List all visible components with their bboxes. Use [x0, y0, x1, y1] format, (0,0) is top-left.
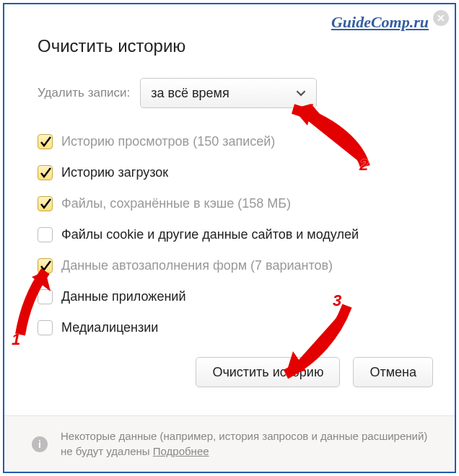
- option-label-6: Медиалицензии: [61, 320, 158, 335]
- option-row-2: Файлы, сохранённые в кэше (158 МБ): [38, 196, 433, 211]
- option-label-4: Данные автозаполнения форм (7 вариантов): [61, 258, 333, 273]
- option-label-3: Файлы cookie и другие данные сайтов и мо…: [61, 227, 359, 242]
- option-row-4: Данные автозаполнения форм (7 вариантов): [38, 258, 433, 273]
- option-row-0: Историю просмотров (150 записей): [38, 134, 433, 149]
- option-row-3: Файлы cookie и другие данные сайтов и мо…: [38, 227, 433, 242]
- option-label-5: Данные приложений: [61, 289, 185, 304]
- time-range-value: за всё время: [151, 86, 229, 101]
- annotation-number-2: 2: [359, 156, 368, 175]
- footer-more-link[interactable]: Подробнее: [153, 445, 209, 457]
- options-list: Историю просмотров (150 записей)Историю …: [38, 134, 433, 335]
- chevron-down-icon: [296, 88, 306, 98]
- option-row-5: Данные приложений: [38, 289, 433, 304]
- option-label-0: Историю просмотров (150 записей): [61, 134, 275, 149]
- cancel-button[interactable]: Отмена: [353, 357, 433, 387]
- close-icon[interactable]: ✕: [433, 10, 449, 26]
- option-label-1: Историю загрузок: [61, 165, 168, 180]
- option-checkbox-2[interactable]: [38, 196, 53, 211]
- option-row-6: Медиалицензии: [38, 320, 433, 335]
- option-checkbox-3[interactable]: [38, 227, 53, 242]
- option-checkbox-6[interactable]: [38, 320, 53, 335]
- annotation-number-3: 3: [333, 291, 341, 310]
- dialog-frame: GuideComp.ru ✕ Очистить историю Удалить …: [3, 3, 456, 473]
- dialog-buttons: Очистить историю Отмена: [38, 357, 433, 387]
- option-checkbox-5[interactable]: [38, 289, 53, 304]
- dialog-content: Очистить историю Удалить записи: за всё …: [38, 36, 433, 387]
- info-icon: i: [32, 436, 48, 452]
- dialog-footer: i Некоторые данные (например, история за…: [4, 415, 455, 472]
- option-label-2: Файлы, сохранённые в кэше (158 МБ): [61, 196, 291, 211]
- time-range-label: Удалить записи:: [38, 86, 130, 100]
- annotation-number-1: 1: [12, 330, 20, 349]
- dialog-title: Очистить историю: [38, 36, 433, 56]
- option-checkbox-0[interactable]: [38, 134, 53, 149]
- clear-history-button[interactable]: Очистить историю: [196, 357, 340, 387]
- option-checkbox-4[interactable]: [38, 258, 53, 273]
- time-range-row: Удалить записи: за всё время: [38, 78, 433, 108]
- option-row-1: Историю загрузок: [38, 165, 433, 180]
- watermark-text: GuideComp.ru: [331, 13, 429, 32]
- footer-message: Некоторые данные (например, история запр…: [61, 430, 427, 457]
- footer-text: Некоторые данные (например, история запр…: [61, 429, 433, 459]
- time-range-dropdown[interactable]: за всё время: [140, 78, 317, 108]
- option-checkbox-1[interactable]: [38, 165, 53, 180]
